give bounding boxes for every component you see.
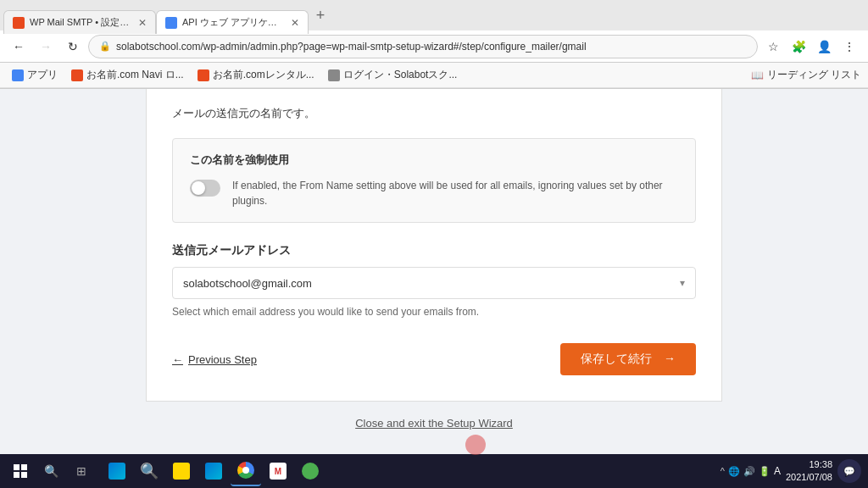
bookmark-favicon-apps <box>12 69 24 81</box>
address-bar[interactable]: 🔒 solabotschool.com/wp-admin/admin.php?p… <box>88 35 758 58</box>
bookmark-login[interactable]: ログイン・Solabotスク... <box>323 66 463 84</box>
save-continue-button[interactable]: 保存して続行 → <box>560 343 696 375</box>
forward-button[interactable]: → <box>34 35 58 58</box>
tab-close-api[interactable]: ✕ <box>291 17 299 29</box>
select-hint: Select which email address you would lik… <box>172 306 696 318</box>
bookmark-favicon-login <box>328 69 340 81</box>
taskbar-time: 19:38 <box>786 458 832 471</box>
toggle-row: If enabled, the From Name setting above … <box>190 178 678 208</box>
from-email-section: 送信元メールアドレス solabotschool@gmail.com ▾ Sel… <box>172 243 696 318</box>
from-email-label: 送信元メールアドレス <box>172 243 696 258</box>
taskbar-app-green[interactable] <box>295 456 326 486</box>
bookmark-bar: アプリ お名前.com Navi ロ... お名前.comレンタル... ログイ… <box>0 63 868 88</box>
lock-icon: 🔒 <box>99 41 111 52</box>
tray-chevron[interactable]: ^ <box>721 466 725 476</box>
content-card: メールの送信元の名前です。 この名前を強制使用 If enabled, the … <box>146 89 722 402</box>
notification-button[interactable]: 💬 <box>837 459 861 483</box>
reading-list-icon: 📖 <box>751 69 764 81</box>
tab-label-wp: WP Mail SMTP • 設定ウィザード <box>30 16 133 29</box>
network-icon: 🌐 <box>728 466 740 477</box>
taskbar-app-chrome[interactable] <box>231 456 261 486</box>
bookmark-favicon-rental <box>198 69 209 81</box>
windows-logo-icon <box>14 464 27 478</box>
tab-api[interactable]: API ウェブ アプリケーション の クライアント ✕ <box>156 10 309 34</box>
tab-label-api: API ウェブ アプリケーション の クライアント <box>182 16 286 29</box>
profile-button[interactable]: 👤 <box>812 35 836 58</box>
bookmark-apps[interactable]: アプリ <box>7 66 63 84</box>
bookmark-label-navi: お名前.com Navi ロ... <box>86 68 184 82</box>
taskbar-right: ^ 🌐 🔊 🔋 A 19:38 2021/07/08 💬 <box>721 458 861 485</box>
edge-icon <box>108 463 125 480</box>
tab-favicon-api <box>165 17 177 29</box>
nav-icons: ☆ 🧩 👤 ⋮ <box>761 35 861 58</box>
page-content: メールの送信元の名前です。 この名前を強制使用 If enabled, the … <box>0 89 868 454</box>
save-button-label: 保存して続行 → <box>581 352 676 367</box>
chrome-icon <box>237 462 254 479</box>
volume-icon: 🔊 <box>743 466 755 477</box>
browser-chrome: WP Mail SMTP • 設定ウィザード ✕ API ウェブ アプリケーショ… <box>0 0 868 89</box>
bookmark-label-rental: お名前.comレンタル... <box>213 68 314 82</box>
taskbar-app-gmail[interactable]: M <box>263 456 293 486</box>
green-app-icon <box>302 463 319 480</box>
files-icon <box>173 463 190 480</box>
battery-icon: 🔋 <box>759 466 771 477</box>
dropdown-arrow-icon: ▾ <box>680 277 685 289</box>
nav-bar: ← → ↻ 🔒 solabotschool.com/wp-admin/admin… <box>0 30 868 63</box>
taskbar-app-edge[interactable] <box>102 456 132 486</box>
bookmark-label-apps: アプリ <box>27 68 58 82</box>
address-text: solabotschool.com/wp-admin/admin.php?pag… <box>116 41 587 53</box>
bookmark-rental[interactable]: お名前.comレンタル... <box>192 66 320 84</box>
task-view-button[interactable]: ⊞ <box>68 458 95 485</box>
bookmark-label-login: ログイン・Solabotスク... <box>343 68 458 82</box>
taskbar-app-edge2[interactable] <box>198 456 229 486</box>
reading-list-label: リーディング リスト <box>767 68 861 82</box>
arrow-left-icon: ← <box>172 353 183 366</box>
bookmark-star-button[interactable]: ☆ <box>761 35 785 58</box>
toggle-knob <box>192 181 205 195</box>
force-name-desc: If enabled, the From Name setting above … <box>232 178 678 208</box>
email-description: メールの送信元の名前です。 <box>172 106 696 121</box>
force-name-title: この名前を強制使用 <box>190 152 678 168</box>
taskbar-clock[interactable]: 19:38 2021/07/08 <box>786 458 832 485</box>
email-select-value: solabotschool@gmail.com <box>183 277 312 290</box>
system-tray: ^ 🌐 🔊 🔋 A <box>721 465 781 477</box>
prev-step-link[interactable]: ← Previous Step <box>172 353 257 366</box>
taskbar: 🔍 ⊞ 🔍 M ^ 🌐 🔊 🔋 A <box>0 454 868 488</box>
action-row: ← Previous Step 保存して続行 → <box>172 343 696 375</box>
force-name-toggle[interactable] <box>190 180 220 197</box>
input-method-icon: A <box>774 465 781 477</box>
taskbar-app-files[interactable] <box>166 456 197 486</box>
taskbar-search-button[interactable]: 🔍 <box>37 458 64 485</box>
force-name-box: この名前を強制使用 If enabled, the From Name sett… <box>172 138 696 223</box>
bookmark-favicon-navi <box>71 69 83 81</box>
prev-step-label: Previous Step <box>188 353 257 366</box>
close-exit-link[interactable]: Close and exit the Setup Wizard <box>355 417 513 430</box>
reload-button[interactable]: ↻ <box>61 35 85 58</box>
page-footer: Close and exit the Setup Wizard <box>0 402 868 444</box>
tab-bar: WP Mail SMTP • 設定ウィザード ✕ API ウェブ アプリケーショ… <box>0 0 868 30</box>
email-select-dropdown[interactable]: solabotschool@gmail.com ▾ <box>172 267 696 299</box>
new-tab-button[interactable]: + <box>309 3 332 27</box>
gmail-icon: M <box>270 463 287 480</box>
start-button[interactable] <box>7 458 34 485</box>
back-button[interactable]: ← <box>7 35 31 58</box>
extensions-button[interactable]: 🧩 <box>787 35 810 58</box>
reading-list[interactable]: 📖 リーディング リスト <box>751 68 861 82</box>
taskbar-apps: 🔍 M <box>102 456 326 486</box>
edge2-icon <box>205 463 222 480</box>
tab-wp-smtp[interactable]: WP Mail SMTP • 設定ウィザード ✕ <box>3 10 156 34</box>
taskbar-app-search[interactable]: 🔍 <box>134 456 164 486</box>
taskbar-date: 2021/07/08 <box>786 471 832 484</box>
menu-button[interactable]: ⋮ <box>837 35 861 58</box>
tab-close-wp[interactable]: ✕ <box>138 17 147 29</box>
tab-favicon-wp <box>13 17 25 29</box>
search-icon: 🔍 <box>140 462 159 480</box>
bookmark-navi[interactable]: お名前.com Navi ロ... <box>66 66 189 84</box>
